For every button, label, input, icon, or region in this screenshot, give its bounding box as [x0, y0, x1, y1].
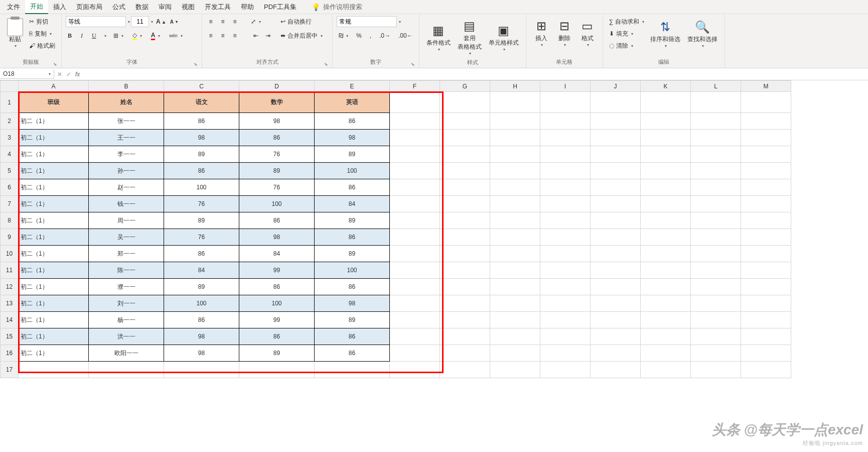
cell[interactable]: 欧阳一一 — [89, 345, 164, 362]
row-header[interactable]: 16 — [1, 345, 19, 362]
cell[interactable]: 89 — [164, 146, 239, 163]
cell[interactable] — [540, 362, 591, 378]
row-header[interactable]: 12 — [1, 279, 19, 295]
cell[interactable]: 初二（1） — [19, 196, 89, 212]
increase-indent-button[interactable]: ⇥ — [263, 30, 272, 41]
decrease-indent-button[interactable]: ⇤ — [251, 30, 260, 41]
cell[interactable] — [591, 113, 641, 130]
cell[interactable] — [691, 130, 741, 146]
chevron-down-icon[interactable]: ▾ — [399, 20, 401, 24]
cell[interactable] — [591, 328, 641, 345]
cell[interactable]: 86 — [315, 279, 390, 295]
cell[interactable] — [490, 163, 540, 179]
autosum-button[interactable]: ∑自动求和▾ — [607, 16, 647, 27]
cell[interactable] — [641, 362, 691, 378]
cell[interactable]: 郑一一 — [89, 246, 164, 262]
cell[interactable]: 86 — [315, 345, 390, 362]
fill-button[interactable]: ⬇填充▾ — [607, 28, 647, 39]
cell[interactable] — [741, 262, 791, 279]
comma-button[interactable]: , — [368, 30, 373, 41]
cell[interactable]: 86 — [315, 328, 390, 345]
cell[interactable]: 98 — [164, 130, 239, 146]
cell[interactable]: 89 — [239, 345, 315, 362]
cell[interactable]: 89 — [164, 212, 239, 229]
cell[interactable] — [390, 212, 440, 229]
cell[interactable] — [490, 246, 540, 262]
cell[interactable] — [390, 312, 440, 328]
cell[interactable] — [440, 163, 490, 179]
cell[interactable]: 86 — [164, 113, 239, 130]
find-select-button[interactable]: 🔍 查找和选择▾ — [684, 17, 720, 50]
cell[interactable] — [490, 130, 540, 146]
cell[interactable] — [390, 328, 440, 345]
cell[interactable] — [741, 92, 791, 113]
cell[interactable] — [691, 146, 741, 163]
cell[interactable] — [390, 262, 440, 279]
cell[interactable] — [490, 196, 540, 212]
cell[interactable]: 100 — [164, 179, 239, 196]
cell[interactable] — [440, 229, 490, 246]
tab-review[interactable]: 审阅 — [154, 1, 177, 14]
cell[interactable] — [540, 295, 591, 312]
cell[interactable] — [390, 113, 440, 130]
cell[interactable] — [641, 113, 691, 130]
cell[interactable] — [540, 262, 591, 279]
increase-decimal-button[interactable]: .0→ — [377, 30, 392, 41]
cell[interactable]: 86 — [239, 212, 315, 229]
row-header[interactable]: 8 — [1, 212, 19, 229]
cell[interactable] — [440, 196, 490, 212]
align-top-button[interactable]: ≡ — [206, 16, 215, 27]
cell[interactable] — [591, 130, 641, 146]
cell[interactable]: 初二（1） — [19, 212, 89, 229]
select-all-corner[interactable] — [1, 81, 19, 92]
cell[interactable] — [390, 130, 440, 146]
cell[interactable]: 周一一 — [89, 212, 164, 229]
cell[interactable] — [691, 345, 741, 362]
cell[interactable]: 陈一一 — [89, 262, 164, 279]
column-header[interactable]: G — [440, 81, 490, 92]
column-header[interactable]: J — [591, 81, 641, 92]
cell[interactable]: 张一一 — [89, 113, 164, 130]
cell[interactable]: 76 — [164, 229, 239, 246]
cell[interactable] — [440, 179, 490, 196]
chevron-down-icon[interactable]: ▾ — [128, 20, 130, 24]
cell[interactable] — [741, 196, 791, 212]
column-header[interactable]: B — [89, 81, 164, 92]
tab-developer[interactable]: 开发工具 — [200, 1, 236, 14]
cell[interactable]: 84 — [315, 196, 390, 212]
cell[interactable] — [540, 146, 591, 163]
cell[interactable] — [641, 279, 691, 295]
row-header[interactable]: 3 — [1, 130, 19, 146]
cell[interactable]: 李一一 — [89, 146, 164, 163]
cell[interactable] — [390, 196, 440, 212]
cell[interactable]: 98 — [239, 229, 315, 246]
borders-button[interactable]: ⊞▾ — [111, 30, 125, 41]
cell[interactable] — [691, 212, 741, 229]
column-header[interactable]: M — [741, 81, 791, 92]
cell[interactable] — [390, 229, 440, 246]
cell[interactable]: 99 — [239, 262, 315, 279]
sort-filter-button[interactable]: ⇅ 排序和筛选▾ — [647, 17, 683, 50]
cell[interactable] — [591, 279, 641, 295]
cell[interactable]: 98 — [164, 328, 239, 345]
insert-cells-button[interactable]: ⊞ 插入▾ — [530, 16, 552, 49]
cell[interactable] — [440, 113, 490, 130]
spreadsheet-grid[interactable]: ABCDEFGHIJKLM1班级姓名语文数学英语2初二（1）张一一8698863… — [0, 80, 791, 378]
cell[interactable]: 89 — [164, 279, 239, 295]
cell[interactable] — [691, 262, 741, 279]
cell[interactable] — [390, 295, 440, 312]
cell[interactable]: 84 — [239, 246, 315, 262]
cell[interactable] — [440, 312, 490, 328]
tab-help[interactable]: 帮助 — [236, 1, 259, 14]
row-header[interactable]: 17 — [1, 362, 19, 378]
cell[interactable]: 班级 — [19, 92, 89, 113]
cell[interactable] — [641, 345, 691, 362]
cell[interactable] — [591, 229, 641, 246]
column-header[interactable]: I — [540, 81, 591, 92]
cell[interactable]: 姓名 — [89, 92, 164, 113]
cell[interactable] — [390, 279, 440, 295]
tab-file[interactable]: 文件 — [2, 1, 25, 14]
cell[interactable] — [641, 92, 691, 113]
cell[interactable] — [741, 295, 791, 312]
cell[interactable] — [490, 179, 540, 196]
